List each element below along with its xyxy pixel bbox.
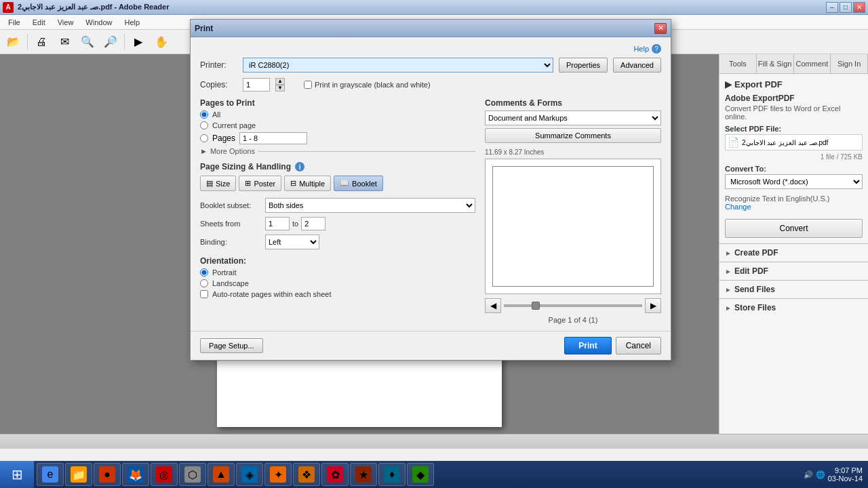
right-panel: Tools Fill & Sign Comment Sign In ▶ Expo…	[719, 54, 868, 434]
properties-btn[interactable]: Properties	[559, 58, 608, 73]
spin-up[interactable]: ▲	[275, 78, 285, 85]
adobe-export-title: Adobe ExportPDF	[725, 94, 863, 103]
export-filename: 2صـ عبد العزيز عبد الاجابي.pdf	[742, 139, 860, 146]
preview-area	[485, 159, 661, 294]
minimize-btn[interactable]: –	[826, 2, 838, 13]
orientation-section: Orientation: Portrait Landscape Auto-rot…	[200, 256, 475, 298]
zoom-out-btn[interactable]: 🔍	[77, 33, 98, 52]
page-setup-btn[interactable]: Page Setup...	[200, 338, 263, 353]
open-btn[interactable]: 📂	[3, 33, 24, 52]
tab-fill-sign[interactable]: Fill & Sign	[757, 54, 794, 73]
orient-landscape-input[interactable]	[200, 279, 208, 287]
convert-button[interactable]: Convert	[725, 219, 863, 238]
dialog-left: Pages to Print All Current page Pages	[200, 98, 475, 324]
comments-section: Comments & Forms Document and Markups Su…	[485, 98, 661, 143]
advanced-btn[interactable]: Advanced	[613, 58, 661, 73]
export-convert-section: Convert To: Microsoft Word (*.docx) Reco…	[725, 165, 863, 238]
taskbar-item-6[interactable]: ⬡	[179, 463, 206, 486]
dialog-title: Print	[195, 24, 213, 33]
start-button[interactable]: ⊞	[0, 461, 34, 488]
orient-portrait-input[interactable]	[200, 268, 208, 277]
menu-view[interactable]: View	[52, 17, 79, 28]
maximize-btn[interactable]: □	[840, 2, 852, 13]
dialog-close-btn[interactable]: ✕	[654, 23, 667, 34]
nav-row: ◀ ▶	[485, 298, 661, 313]
store-files-header[interactable]: ► Store Files	[725, 303, 863, 312]
taskbar-item-12[interactable]: ★	[350, 463, 377, 486]
taskbar-item-3[interactable]: ●	[94, 463, 121, 486]
firefox-icon: 🦊	[127, 466, 144, 483]
sheets-to-input[interactable]	[301, 217, 326, 230]
taskbar-item-1[interactable]: e	[37, 463, 64, 486]
taskbar-item-2[interactable]: 📁	[65, 463, 92, 486]
email-btn[interactable]: ✉	[54, 33, 75, 52]
hand-btn[interactable]: ✋	[151, 33, 172, 52]
pages-range-input[interactable]	[239, 132, 307, 144]
sheets-from-input[interactable]	[265, 217, 290, 230]
comments-select-row: Document and Markups	[485, 110, 661, 125]
taskbar-item-13[interactable]: ♦	[378, 463, 406, 486]
taskbar-item-11[interactable]: ✿	[321, 463, 349, 486]
close-btn[interactable]: ✕	[853, 2, 865, 13]
menu-file[interactable]: File	[3, 17, 26, 28]
comments-select[interactable]: Document and Markups	[485, 110, 661, 125]
select-btn[interactable]: ▶	[127, 33, 149, 52]
subset-select[interactable]: Both sides	[265, 198, 475, 213]
radio-current-input[interactable]	[200, 121, 208, 129]
pdf-file-icon: 📄	[728, 137, 739, 148]
radio-all-input[interactable]	[200, 110, 208, 119]
size-btn-booklet[interactable]: 📖 Booklet	[334, 176, 383, 191]
more-options-row[interactable]: ► More Options	[200, 147, 475, 155]
spin-down[interactable]: ▼	[275, 85, 285, 92]
next-btn[interactable]: ▶	[645, 298, 661, 313]
orient-portrait: Portrait	[200, 268, 475, 277]
copies-row: Copies: ▲ ▼ Print in grayscale (black an…	[200, 78, 661, 92]
auto-rotate-checkbox[interactable]	[200, 290, 208, 298]
cancel-btn[interactable]: Cancel	[616, 337, 661, 354]
taskbar-item-7[interactable]: ▲	[208, 463, 235, 486]
size-btn-size[interactable]: ▤ Size	[200, 176, 236, 191]
help-link[interactable]: Help	[633, 45, 649, 53]
menu-edit[interactable]: Edit	[27, 17, 51, 28]
divider-line	[258, 151, 475, 152]
taskbar-item-4[interactable]: 🦊	[122, 463, 149, 486]
size-btn-poster[interactable]: ⊞ Poster	[239, 176, 281, 191]
clock-date: 03-Nov-14	[828, 474, 863, 483]
sizing-title: Page Sizing & Handling i	[200, 162, 475, 171]
radio-pages-input[interactable]	[200, 134, 208, 142]
poster-icon: ⊞	[245, 179, 251, 188]
help-icon: ?	[652, 44, 661, 54]
tab-sign-in[interactable]: Sign In	[831, 54, 868, 73]
tab-tools[interactable]: Tools	[719, 54, 757, 73]
portrait-label: Portrait	[212, 268, 236, 277]
right-panel-tabs: Tools Fill & Sign Comment Sign In	[719, 54, 868, 74]
create-pdf-header[interactable]: ► Create PDF	[725, 248, 863, 258]
convert-to-select[interactable]: Microsoft Word (*.docx)	[725, 174, 863, 189]
size-btn-multiple[interactable]: ⊟ Multiple	[284, 176, 331, 191]
nav-slider[interactable]	[504, 304, 642, 307]
taskbar-item-8[interactable]: ◈	[236, 463, 263, 486]
printer-select[interactable]: iR C2880(2)	[243, 58, 553, 73]
zoom-in-btn[interactable]: 🔎	[100, 33, 121, 52]
taskbar-item-5[interactable]: ◎	[151, 463, 178, 486]
print-toolbar-btn[interactable]: 🖨	[31, 33, 52, 52]
menu-window[interactable]: Window	[80, 17, 117, 28]
taskbar-item-10[interactable]: ❖	[293, 463, 320, 486]
taskbar-item-14[interactable]: ◆	[407, 463, 434, 486]
change-link[interactable]: Change	[725, 203, 751, 211]
grayscale-checkbox[interactable]	[304, 81, 312, 89]
prev-btn[interactable]: ◀	[485, 298, 501, 313]
menu-help[interactable]: Help	[119, 17, 145, 28]
taskbar-item-9[interactable]: ✦	[264, 463, 292, 486]
copies-input[interactable]	[243, 78, 270, 92]
edit-pdf-header[interactable]: ► Edit PDF	[725, 266, 863, 276]
print-btn[interactable]: Print	[564, 337, 611, 354]
binding-select[interactable]: Left	[265, 235, 319, 249]
tab-comment[interactable]: Comment	[794, 54, 831, 73]
binding-label: Binding:	[200, 238, 261, 246]
select-file-label: Select PDF File:	[725, 125, 863, 133]
send-files-header[interactable]: ► Send Files	[725, 285, 863, 294]
dialog-right: Comments & Forms Document and Markups Su…	[485, 98, 661, 324]
pages-title: Pages to Print	[200, 98, 475, 108]
summarize-btn[interactable]: Summarize Comments	[485, 128, 661, 143]
